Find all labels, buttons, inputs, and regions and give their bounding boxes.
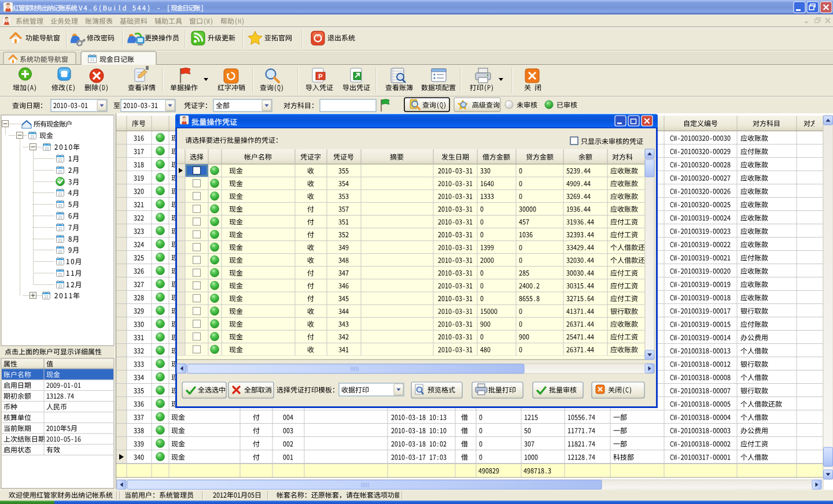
svg-text:21: 21: [58, 215, 62, 219]
svg-text:21: 21: [44, 295, 49, 299]
svg-text:21: 21: [30, 135, 35, 139]
svg-text:21: 21: [58, 158, 62, 162]
svg-text:21: 21: [58, 249, 62, 253]
svg-text:21: 21: [58, 272, 62, 276]
svg-text:21: 21: [58, 203, 62, 207]
svg-text:21: 21: [45, 146, 49, 150]
svg-text:21: 21: [90, 58, 95, 62]
svg-text:P: P: [318, 73, 322, 80]
svg-text:21: 21: [58, 227, 62, 231]
svg-text:21: 21: [58, 284, 62, 288]
svg-text:21: 21: [58, 192, 62, 196]
svg-text:21: 21: [58, 169, 62, 173]
svg-text:21: 21: [58, 261, 62, 265]
svg-text:21: 21: [58, 238, 62, 242]
